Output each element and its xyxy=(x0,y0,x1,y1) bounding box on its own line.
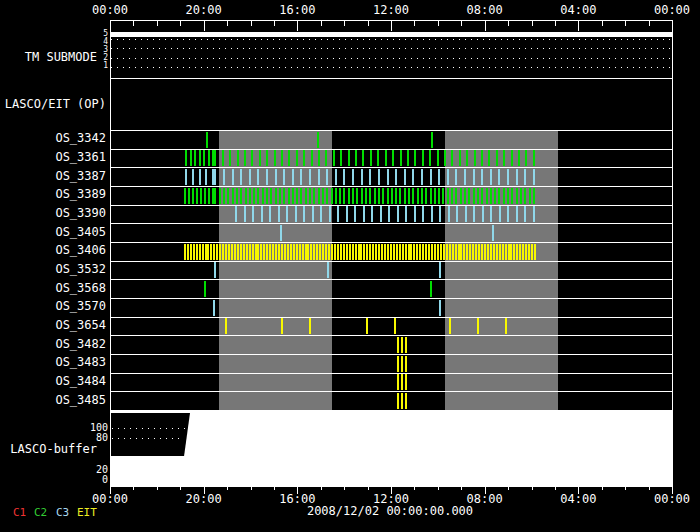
event-tick xyxy=(223,169,225,185)
event-tick xyxy=(422,206,424,222)
event-tick xyxy=(522,244,524,260)
axis-tick-top xyxy=(274,20,275,26)
event-tick xyxy=(410,244,412,260)
event-tick xyxy=(464,169,466,185)
event-tick xyxy=(244,206,246,222)
event-tick xyxy=(292,169,294,185)
event-tick xyxy=(385,150,387,166)
event-tick xyxy=(408,188,410,204)
axis-tick-top xyxy=(204,20,205,31)
event-tick xyxy=(413,244,415,260)
event-tick xyxy=(524,206,526,222)
event-tick xyxy=(405,206,407,222)
event-tick xyxy=(236,188,238,204)
axis-tick-top xyxy=(344,20,345,26)
axis-tick-bottom xyxy=(368,486,369,490)
event-tick xyxy=(249,188,251,204)
event-tick xyxy=(354,206,356,222)
axis-tick-top xyxy=(438,20,439,26)
event-tick xyxy=(299,244,301,260)
row-border-line xyxy=(110,261,672,262)
event-tick xyxy=(257,169,259,185)
row-border-line xyxy=(110,391,672,392)
event-tick xyxy=(290,244,292,260)
event-tick xyxy=(280,225,282,241)
event-tick xyxy=(469,244,471,260)
event-tick xyxy=(326,188,328,204)
event-tick xyxy=(190,244,192,260)
event-tick xyxy=(518,150,520,166)
event-tick xyxy=(378,244,380,260)
event-tick xyxy=(498,188,500,204)
event-tick xyxy=(405,374,407,390)
event-tick xyxy=(190,150,192,166)
event-tick xyxy=(184,244,186,260)
event-tick xyxy=(300,169,302,185)
event-tick xyxy=(428,244,430,260)
event-tick xyxy=(240,188,242,204)
plot-right-border xyxy=(672,20,673,487)
buffer-panel-fill xyxy=(111,411,672,486)
event-tick xyxy=(401,337,403,353)
event-tick xyxy=(340,244,342,260)
event-tick xyxy=(288,150,290,166)
event-tick xyxy=(422,150,424,166)
event-tick xyxy=(525,244,527,260)
event-tick xyxy=(281,318,283,334)
event-tick xyxy=(219,188,221,204)
axis-tick-top xyxy=(297,20,298,31)
event-tick xyxy=(503,188,505,204)
event-tick xyxy=(293,244,295,260)
event-tick xyxy=(185,169,187,185)
event-tick xyxy=(465,206,467,222)
event-tick xyxy=(199,244,201,260)
event-tick xyxy=(213,300,215,316)
event-tick xyxy=(414,150,416,166)
buffer-axis-label: 100 xyxy=(0,423,108,434)
event-tick xyxy=(401,356,403,372)
event-tick xyxy=(259,150,261,166)
axis-tick-top xyxy=(578,20,579,31)
event-tick xyxy=(482,206,484,222)
event-tick xyxy=(352,244,354,260)
event-tick xyxy=(434,188,436,204)
axis-tick-bottom xyxy=(532,486,533,490)
event-tick xyxy=(417,188,419,204)
event-tick xyxy=(366,318,368,334)
event-tick xyxy=(508,244,510,260)
event-tick xyxy=(463,244,465,260)
event-tick xyxy=(337,244,339,260)
event-tick xyxy=(229,150,231,166)
event-tick xyxy=(210,244,212,260)
event-tick xyxy=(272,244,274,260)
event-tick xyxy=(405,244,407,260)
event-tick xyxy=(378,169,380,185)
axis-tick-top xyxy=(649,20,650,26)
event-tick xyxy=(437,244,439,260)
event-tick xyxy=(534,244,536,260)
axis-tick-top xyxy=(555,20,556,26)
buffer-axis-label: 20 xyxy=(0,465,108,476)
event-tick xyxy=(278,244,280,260)
event-tick xyxy=(404,169,406,185)
event-tick xyxy=(288,188,290,204)
event-tick xyxy=(309,188,311,204)
event-tick xyxy=(394,318,396,334)
event-tick xyxy=(206,132,208,148)
event-tick xyxy=(395,169,397,185)
event-tick xyxy=(237,150,239,166)
event-tick xyxy=(352,188,354,204)
axis-tick-bottom xyxy=(274,486,275,490)
event-tick xyxy=(192,188,194,204)
event-tick xyxy=(325,150,327,166)
axis-tick-top xyxy=(180,20,181,26)
event-tick xyxy=(533,188,535,204)
axis-tick-top xyxy=(321,20,322,26)
row-label: OS_3570 xyxy=(0,300,106,313)
submode-level-label: 1 xyxy=(96,62,108,70)
axis-tick-bottom xyxy=(602,486,603,490)
event-tick xyxy=(188,188,190,204)
event-tick xyxy=(257,188,259,204)
axis-tick-bottom xyxy=(157,486,158,490)
event-tick xyxy=(369,188,371,204)
